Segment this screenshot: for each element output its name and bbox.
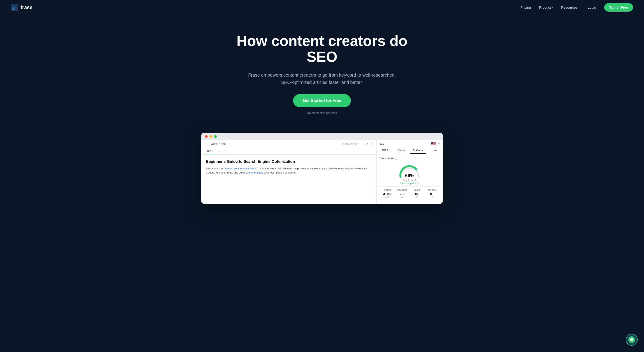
gauge-percent: 66% — [405, 173, 414, 178]
logo[interactable]: frase — [11, 4, 32, 11]
nav-links: Pricing Product ▾ Resources ▾ Login Try … — [520, 3, 633, 11]
nav-pricing[interactable]: Pricing — [520, 5, 531, 9]
app-mockup-wrapper: what is seo Edited just now ··· ↗ ⤢ Tab … — [0, 128, 644, 204]
mockup-titlebar — [201, 133, 443, 140]
mockup-body: what is seo Edited just now ··· ↗ ⤢ Tab … — [201, 140, 443, 204]
document-icon — [205, 142, 209, 146]
svg-rect-4 — [12, 9, 14, 10]
arrow-up-icon: ↑ — [391, 192, 392, 195]
chat-widget[interactable] — [626, 334, 638, 346]
stat-images: IMAGES 0 ↓ 10 — [424, 189, 439, 198]
svg-rect-13 — [431, 142, 433, 144]
arrow-down-icon: ↓ — [404, 192, 405, 195]
editor-content: Beginner's Guide to Search Engine Optimi… — [201, 155, 376, 179]
stat-links: LINKS 15 ↓ 43 — [410, 189, 424, 198]
seo-topbar-icons: ↻ — [431, 142, 440, 145]
arrow-down-icon: ↓ — [432, 192, 433, 195]
seo-query: seo — [380, 142, 384, 145]
editor-panel: what is seo Edited just now ··· ↗ ⤢ Tab … — [201, 140, 377, 204]
hero-sub-label: No credit card required — [224, 111, 420, 115]
arrow-down-icon: ↓ — [418, 192, 420, 195]
nav-try-free-button[interactable]: Try for Free — [604, 3, 633, 11]
window-minimize-dot — [210, 135, 212, 138]
stat-words: WORDS 4106 ↑ 3302 — [380, 189, 395, 198]
navbar: frase Pricing Product ▾ Resources ▾ Logi… — [0, 0, 644, 15]
tab-optimize[interactable]: Optimize — [410, 147, 426, 154]
chat-icon — [628, 336, 635, 343]
gauge-chart: 66% — [397, 162, 422, 178]
seo-tabs: SERP Outline Optimize Links — [377, 147, 443, 154]
editor-doc-title: what is seo — [211, 142, 226, 146]
topic-score-label: Topic Score i — [380, 157, 398, 160]
stats-row: WORDS 4106 ↑ 3302 HEADERS 22 ↓ — [380, 186, 440, 198]
svg-rect-0 — [11, 4, 18, 11]
svg-rect-3 — [12, 8, 15, 9]
stat-headers: HEADERS 22 ↓ 24 — [395, 189, 410, 198]
logo-text: frase — [20, 4, 32, 10]
seo-topbar: seo — [377, 140, 443, 147]
svg-rect-1 — [12, 6, 16, 6]
article-body: SEO stands for "search engine optimizati… — [206, 167, 372, 175]
hero-subtitle: Frase empowers content creators to go fr… — [242, 71, 402, 86]
seo-panel: seo — [377, 140, 443, 204]
nav-product[interactable]: Product ▾ — [539, 5, 553, 9]
editor-topbar: what is seo Edited just now ··· ↗ ⤢ — [201, 140, 376, 148]
svg-rect-2 — [12, 7, 16, 7]
svg-rect-10 — [431, 144, 436, 144]
editor-title-area: what is seo — [205, 142, 226, 146]
more-options-icon[interactable]: ··· — [361, 143, 363, 145]
editor-actions: Edited just now ··· ↗ ⤢ — [341, 142, 373, 145]
info-icon: i — [394, 157, 398, 160]
hero-section: How content creators do SEO Frase empowe… — [0, 15, 644, 128]
svg-rect-5 — [206, 143, 208, 145]
avg-score: Avg Score 45 — [403, 179, 416, 182]
nav-resources[interactable]: Resources ▾ — [561, 5, 580, 9]
chevron-down-icon: ▾ — [552, 6, 553, 9]
editor-tabs: Tab 1 ··· + — [201, 148, 376, 155]
tab-serp[interactable]: SERP — [377, 147, 393, 154]
app-mockup: what is seo Edited just now ··· ↗ ⤢ Tab … — [201, 133, 443, 204]
article-link-1[interactable]: search engine optimization — [225, 167, 256, 170]
chevron-right-icon: › — [418, 182, 419, 185]
expand-icon[interactable]: ⤢ — [371, 142, 373, 145]
tab-more-icon[interactable]: ··· — [216, 148, 221, 154]
share-icon[interactable]: ↗ — [366, 142, 368, 145]
hero-cta-button[interactable]: Get Started for Free — [293, 94, 351, 107]
chevron-down-icon: ▾ — [578, 6, 580, 9]
refresh-icon[interactable]: ↻ — [438, 142, 440, 145]
tab-add-icon[interactable]: + — [222, 148, 226, 154]
view-competitors-link[interactable]: View competitors › — [400, 182, 419, 185]
tab-1[interactable]: Tab 1 — [205, 148, 215, 154]
edited-status: Edited just now — [341, 143, 358, 145]
flag-icon — [431, 142, 436, 145]
window-close-dot — [205, 135, 208, 138]
tab-links[interactable]: Links — [426, 147, 443, 154]
article-heading: Beginner's Guide to Search Engine Optimi… — [206, 159, 372, 164]
hero-title: How content creators do SEO — [224, 33, 420, 65]
seo-content: Topic Score i 66% Avg Score 45 — [377, 154, 443, 201]
nav-login[interactable]: Login — [588, 5, 596, 9]
svg-rect-11 — [431, 144, 436, 144]
svg-rect-12 — [431, 145, 436, 145]
tab-outline[interactable]: Outline — [393, 147, 410, 154]
window-expand-dot — [214, 135, 217, 138]
article-link-2[interactable]: search engines — [246, 171, 264, 174]
